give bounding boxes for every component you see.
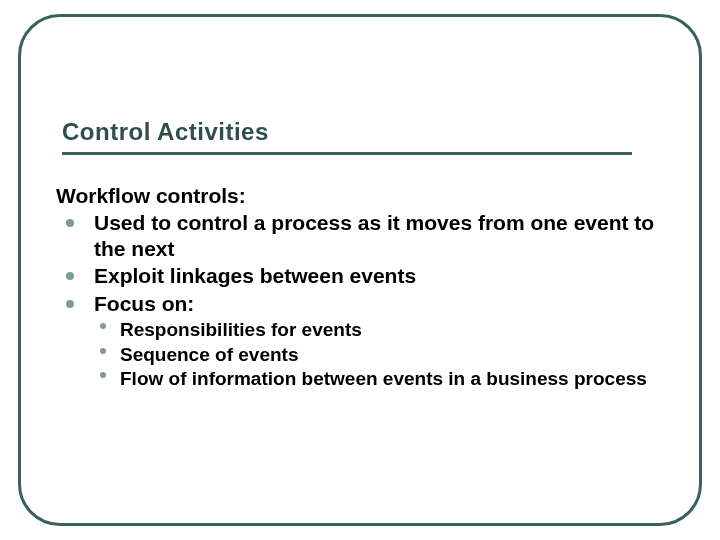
list-item: Flow of information between events in a … — [100, 367, 674, 390]
list-item-text: Responsibilities for events — [120, 319, 362, 340]
list-item: Used to control a process as it moves fr… — [60, 210, 674, 261]
list-item-text: Flow of information between events in a … — [120, 368, 647, 389]
list-item: Sequence of events — [100, 343, 674, 366]
bullet-list: Used to control a process as it moves fr… — [56, 210, 674, 390]
list-item-text: Used to control a process as it moves fr… — [94, 211, 654, 260]
title-block: Control Activities — [62, 118, 622, 155]
bullet-icon — [100, 323, 106, 329]
bullet-icon — [100, 372, 106, 378]
sub-bullet-list: Responsibilities for events Sequence of … — [94, 318, 674, 390]
bullet-icon — [66, 272, 74, 280]
list-item: Exploit linkages between events — [60, 263, 674, 289]
list-item: Focus on: Responsibilities for events Se… — [60, 291, 674, 390]
list-item-text: Exploit linkages between events — [94, 264, 416, 287]
subheading: Workflow controls: — [56, 184, 674, 208]
slide-title: Control Activities — [62, 118, 622, 146]
list-item: Responsibilities for events — [100, 318, 674, 341]
bullet-icon — [66, 300, 74, 308]
slide-frame: Control Activities Workflow controls: Us… — [0, 0, 720, 540]
content-area: Workflow controls: Used to control a pro… — [56, 184, 674, 390]
bullet-icon — [66, 219, 74, 227]
title-underline — [62, 152, 632, 155]
bullet-icon — [100, 348, 106, 354]
list-item-text: Sequence of events — [120, 344, 298, 365]
list-item-text: Focus on: — [94, 292, 194, 315]
